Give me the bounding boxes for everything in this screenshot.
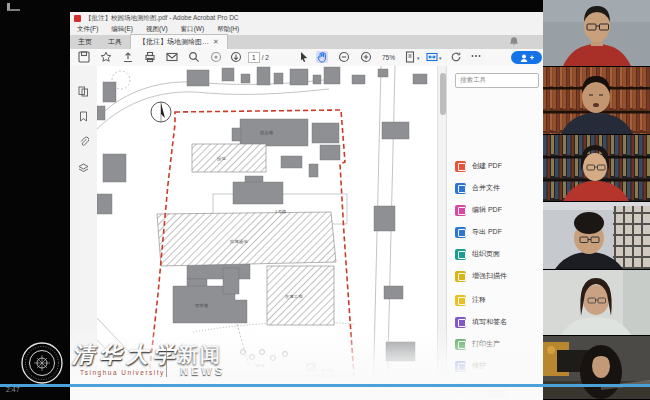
participant-video-2[interactable] [543,67,650,134]
fit-width-button[interactable] [426,51,438,63]
edit-pdf-icon [455,205,466,216]
page-number-field[interactable]: 1 [248,52,260,63]
menu-help[interactable]: 帮助(H) [217,25,239,34]
fit-width-caret-icon[interactable]: ▾ [439,55,442,61]
news-label-cn: 新闻 [178,341,222,368]
participant-2-video [543,67,650,134]
tool-create-pdf[interactable]: 创建 PDF [455,159,502,173]
video-timestamp: 2:47 [6,386,20,393]
hand-tool-button[interactable] [316,51,328,63]
search-icon[interactable] [188,51,200,63]
title-bar: 【批注】校园场地测绘图.pdf - Adobe Acrobat Pro DC [70,12,543,24]
tool-combine-files[interactable]: 合并文件 [455,181,500,195]
acrobat-logo-icon [74,15,81,22]
tool-edit-pdf[interactable]: 编辑 PDF [455,203,502,217]
star-button[interactable] [100,51,112,63]
participant-video-4[interactable] [543,202,650,269]
watermark-line [0,384,650,387]
bookmarks-icon[interactable] [78,111,89,122]
organize-pages-icon [455,249,466,260]
fill-sign-icon [455,317,466,328]
tsinghua-seal-logo [20,341,64,385]
university-name: 清华大学 [72,340,180,370]
print-button[interactable] [144,51,156,63]
menu-view[interactable]: 视图(V) [146,25,168,34]
tab-close-icon[interactable]: ✕ [213,38,219,46]
participant-video-6[interactable] [543,336,650,399]
tab-tools[interactable]: 工具 [100,35,130,49]
save-button[interactable] [78,51,90,63]
participant-video-5[interactable] [543,270,650,335]
tool-comment[interactable]: 注释 [455,293,486,307]
tool-organize-pages[interactable]: 组织页面 [455,247,500,261]
tab-document-label: 【批注】场地测绘图… [139,37,209,47]
menu-file[interactable]: 文件(F) [77,25,98,34]
video-participants-sidebar [543,0,650,400]
fit-page-caret-icon[interactable]: ▾ [417,55,420,61]
north-arrow-icon [151,102,171,122]
participant-video-3[interactable] [543,135,650,201]
menu-window[interactable]: 窗口(W) [181,25,204,34]
participant-3-video [543,135,650,201]
email-button[interactable] [166,51,178,63]
participant-1-video [543,0,650,66]
select-tool-button[interactable] [298,51,310,63]
tab-document[interactable]: 【批注】场地测绘图… ✕ [130,34,228,49]
overlay-marker-icon [7,3,20,11]
tool-fill-sign[interactable]: 填写和签名 [455,315,507,329]
more-tools-icon[interactable] [470,49,482,61]
layers-icon[interactable] [78,163,89,174]
page-indicator[interactable]: 1 / 2 [248,52,269,63]
university-name-en: Tsinghua University [80,369,165,376]
enhance-scans-icon [455,271,466,282]
zoom-level-value[interactable]: 75% [382,54,395,61]
attachments-icon[interactable] [78,136,89,147]
news-label-en: NEWS [180,365,225,377]
page-thumbnails-icon[interactable] [78,86,89,97]
tool-export-pdf[interactable]: 导出 PDF [455,225,502,239]
export-pdf-icon [455,227,466,238]
tools-search-input[interactable]: 搜索工具 [455,73,539,88]
vertical-scrollbar-thumb[interactable] [440,73,446,115]
participant-video-1[interactable] [543,0,650,66]
create-pdf-icon [455,161,466,172]
share-upload-button[interactable] [122,51,134,63]
tool-enhance-scans[interactable]: 增强扫描件 [455,269,507,283]
toolbar: 1 / 2 75% ▾ ▾ [70,49,543,67]
tab-home[interactable]: 主页 [70,35,100,49]
tab-bar: 主页 工具 【批注】场地测绘图… ✕ [70,35,543,49]
combine-files-icon [455,183,466,194]
svg-text:在建工程: 在建工程 [285,294,303,299]
participant-5-video [543,270,650,335]
notification-bell-icon[interactable] [508,36,520,48]
share-sign-in-button[interactable] [511,51,542,64]
page-total-label: / 2 [262,54,269,61]
svg-text:综合楼: 综合楼 [260,130,274,135]
menu-edit[interactable]: 编辑(E) [111,25,133,34]
fit-page-button[interactable] [404,51,416,63]
svg-text:1号楼: 1号楼 [275,209,287,214]
comment-icon [455,295,466,306]
participant-6-video [543,336,650,399]
svg-text:绿地: 绿地 [217,156,226,161]
participant-4-video [543,202,650,269]
screen: 【批注】校园场地测绘图.pdf - Adobe Acrobat Pro DC 文… [0,0,650,400]
zoom-out-button[interactable] [338,51,350,63]
zoom-in-button[interactable] [360,51,372,63]
svg-text:宿舍楼: 宿舍楼 [195,303,209,308]
refresh-button[interactable] [210,51,222,63]
page-down-button[interactable] [230,51,242,63]
rotate-view-button[interactable] [450,51,462,63]
window-title: 【批注】校园场地测绘图.pdf - Adobe Acrobat Pro DC [85,14,239,23]
watermark-divider [166,347,167,377]
